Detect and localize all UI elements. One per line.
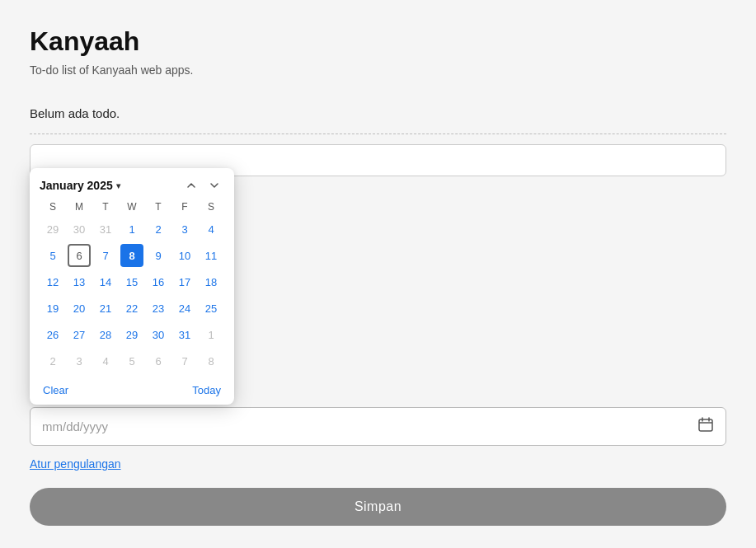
weekday-header-cell: F [171,199,198,216]
next-month-button[interactable] [204,178,224,193]
calendar-day[interactable]: 6 [68,244,91,267]
calendar-day-cell: 3 [66,348,92,374]
calendar-day-cell: 10 [171,242,198,269]
calendar-day-cell: 8 [119,242,145,269]
dashed-divider [30,133,726,134]
calendar-day-cell: 18 [198,269,224,295]
calendar-day[interactable]: 4 [200,218,223,241]
arrow-up-icon [185,180,197,191]
calendar-day: 7 [173,349,196,372]
calendar-day[interactable]: 12 [41,270,64,293]
prev-month-button[interactable] [181,178,201,193]
calendar-day[interactable]: 18 [200,270,223,293]
calendar-day[interactable]: 13 [68,270,91,293]
calendar-day-cell: 21 [92,295,119,321]
calendar-day-cell: 6 [145,348,171,374]
calendar-day-cell: 4 [92,348,119,374]
weekday-header-cell: S [40,199,66,216]
calendar-popup: January 2025 ▾ [30,168,234,405]
calendar-day-cell: 27 [66,321,92,348]
arrow-down-icon [209,180,220,191]
calendar-day-cell: 9 [145,242,171,269]
app-title: Kanyaah [30,26,726,57]
calendar-day: 5 [120,349,143,372]
calendar-day[interactable]: 26 [41,323,64,346]
calendar-day-cell: 7 [171,348,198,374]
calendar-day-cell: 8 [198,348,224,374]
weekday-header-cell: M [66,199,92,216]
calendar-day[interactable]: 25 [200,297,223,320]
calendar-day[interactable]: 29 [120,323,143,346]
calendar-day[interactable]: 15 [120,270,143,293]
calendar-day[interactable]: 9 [147,244,170,267]
calendar-month-label: January 2025 ▾ [40,179,120,192]
calendar-day: 29 [41,218,64,241]
calendar-nav [181,178,224,193]
recur-link[interactable]: Atur pengulangan [30,457,121,471]
date-input-area[interactable]: mm/dd/yyyy [30,407,726,446]
calendar-day[interactable]: 31 [173,323,196,346]
calendar-day: 1 [200,323,223,346]
calendar-day[interactable]: 16 [147,270,170,293]
calendar-day-cell: 30 [145,321,171,348]
calendar-day: 3 [68,349,91,372]
calendar-day-cell: 1 [198,321,224,348]
calendar-day-cell: 12 [40,269,66,295]
calendar-day-cell: 6 [66,242,92,269]
calendar-day[interactable]: 23 [147,297,170,320]
page-container: Kanyaah To-do list of Kanyaah web apps. … [0,0,756,548]
calendar-day-cell: 26 [40,321,66,348]
weekday-header-cell: S [198,199,224,216]
calendar-day[interactable]: 2 [147,218,170,241]
calendar-day[interactable]: 7 [94,244,117,267]
calendar-day[interactable]: 22 [120,297,143,320]
weekday-header-cell: T [92,199,119,216]
month-dropdown-arrow: ▾ [116,181,120,190]
calendar-day[interactable]: 24 [173,297,196,320]
date-placeholder: mm/dd/yyyy [42,419,697,433]
calendar-day-cell: 1 [119,216,145,242]
calendar-day-cell: 19 [40,295,66,321]
today-button[interactable]: Today [189,382,224,398]
calendar-day: 31 [94,218,117,241]
calendar-day-cell: 14 [92,269,119,295]
calendar-day[interactable]: 14 [94,270,117,293]
calendar-day-cell: 15 [119,269,145,295]
calendar-day-cell: 31 [92,216,119,242]
calendar-day[interactable]: 19 [41,297,64,320]
calendar-day-cell: 29 [40,216,66,242]
form-area: January 2025 ▾ [30,133,726,526]
calendar-day-cell: 17 [171,269,198,295]
calendar-day-cell: 5 [40,242,66,269]
calendar-day[interactable]: 1 [120,218,143,241]
no-todo-label: Belum ada todo. [30,106,726,120]
weekday-header-cell: T [145,199,171,216]
svg-rect-0 [699,419,712,431]
calendar-day-cell: 13 [66,269,92,295]
calendar-day[interactable]: 17 [173,270,196,293]
calendar-day[interactable]: 8 [120,244,143,267]
calendar-day-cell: 31 [171,321,198,348]
calendar-day-cell: 5 [119,348,145,374]
calendar-day[interactable]: 3 [173,218,196,241]
calendar-day: 6 [147,349,170,372]
calendar-day-cell: 24 [171,295,198,321]
calendar-day[interactable]: 20 [68,297,91,320]
calendar-day-cell: 25 [198,295,224,321]
calendar-day[interactable]: 30 [147,323,170,346]
calendar-day-cell: 11 [198,242,224,269]
calendar-day[interactable]: 21 [94,297,117,320]
calendar-day[interactable]: 28 [94,323,117,346]
save-button[interactable]: Simpan [30,488,726,526]
calendar-day[interactable]: 5 [41,244,64,267]
calendar-day-cell: 16 [145,269,171,295]
calendar-day[interactable]: 10 [173,244,196,267]
calendar-day[interactable]: 27 [68,323,91,346]
calendar-day-cell: 22 [119,295,145,321]
calendar-day: 30 [68,218,91,241]
calendar-day: 8 [200,349,223,372]
calendar-icon[interactable] [697,416,714,437]
calendar-day[interactable]: 11 [200,244,223,267]
clear-button[interactable]: Clear [40,382,72,398]
calendar-day-cell: 28 [92,321,119,348]
